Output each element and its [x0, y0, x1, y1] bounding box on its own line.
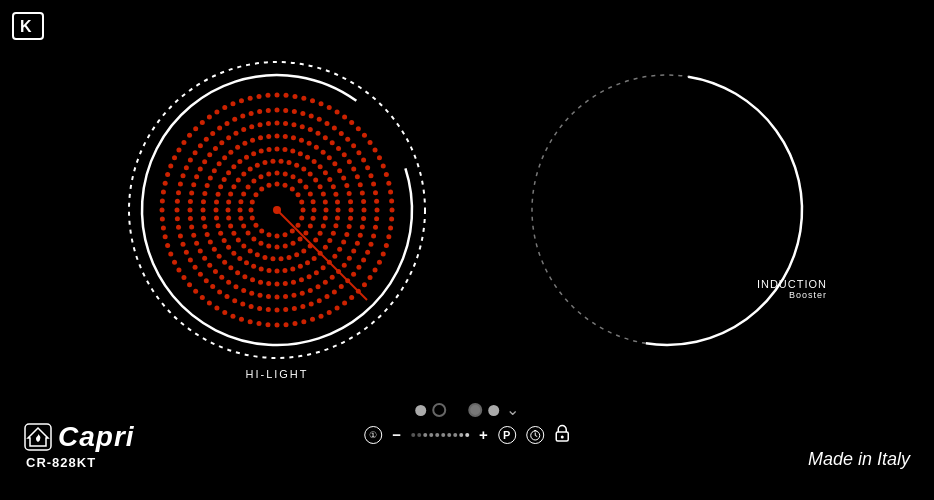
level-dot-4 [429, 433, 433, 437]
level-dot-3 [423, 433, 427, 437]
left-burner-canvas [117, 50, 437, 370]
chevron-down-icon[interactable]: ⌄ [506, 402, 519, 418]
induction-label: INDUCTION Booster [757, 278, 827, 300]
level-dot-9 [459, 433, 463, 437]
level-dot-1 [411, 433, 415, 437]
right-burner-canvas [517, 60, 817, 360]
hilight-label: HI-LIGHT [245, 368, 308, 380]
right-burner: INDUCTION Booster [517, 60, 817, 360]
controls-bar: ⌄ ① − + P [364, 402, 570, 445]
svg-point-6 [560, 436, 563, 439]
level-dot-8 [453, 433, 457, 437]
level-dot-6 [441, 433, 445, 437]
controls-bottom-row: ① − + P [364, 424, 570, 445]
right-ring-partial [469, 403, 483, 417]
minus-button[interactable]: − [392, 426, 401, 443]
right-dot-active [489, 405, 500, 416]
left-ring-inactive [433, 403, 447, 417]
burners-container: HI-LIGHT INDUCTION Booster [0, 0, 934, 420]
lock-button[interactable] [554, 424, 570, 445]
svg-line-3 [535, 435, 537, 436]
lock-icon [554, 424, 570, 442]
timer-button[interactable] [526, 426, 544, 444]
level-dot-7 [447, 433, 451, 437]
brand-row: Capri [24, 421, 135, 453]
brand-name: Capri [58, 421, 135, 453]
made-in-italy-label: Made in Italy [808, 449, 910, 470]
right-zone-selector[interactable]: ⌄ [469, 402, 519, 418]
brand-model: CR-828KT [24, 455, 96, 470]
left-burner: HI-LIGHT [117, 50, 437, 370]
level-dot-2 [417, 433, 421, 437]
level-dot-10 [465, 433, 469, 437]
power-button[interactable]: ① [364, 426, 382, 444]
plus-button[interactable]: + [479, 426, 488, 443]
left-dot-active [416, 405, 427, 416]
timer-icon [529, 429, 541, 441]
controls-top-row: ⌄ [416, 402, 519, 418]
induction-sub-label: Booster [757, 290, 827, 300]
left-zone-selector[interactable] [416, 403, 447, 417]
p-button[interactable]: P [498, 426, 516, 444]
capri-home-icon [24, 423, 52, 451]
brand-area: Capri CR-828KT [24, 421, 135, 470]
level-dot-5 [435, 433, 439, 437]
induction-main-label: INDUCTION [757, 278, 827, 290]
level-dots [411, 433, 469, 437]
